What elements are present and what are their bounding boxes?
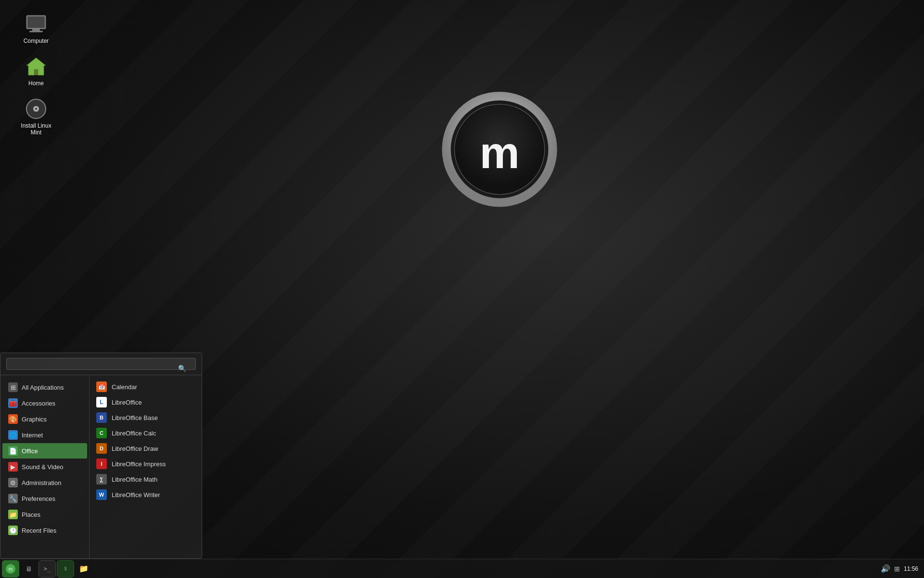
app-libreoffice-calc[interactable]: C LibreOffice Calc — [90, 425, 202, 441]
menu-apps-list: 📅 Calendar L LibreOffice B LibreOffice B… — [90, 375, 202, 558]
app-calendar[interactable]: 📅 Calendar — [90, 379, 202, 394]
libreoffice-writer-icon: W — [96, 489, 107, 500]
taskbar-right: 🔊 ⊞ 11:56 — [881, 564, 924, 573]
mint-logo: m — [437, 87, 562, 212]
terminal2-button[interactable]: $ — [57, 560, 74, 578]
category-places[interactable]: 📁 Places — [2, 507, 87, 522]
install-icon-img — [25, 97, 48, 120]
graphics-icon: 🎨 — [8, 414, 18, 424]
show-desktop-button[interactable]: 🖥 — [20, 560, 38, 578]
mint-menu-button[interactable]: m — [2, 560, 19, 578]
category-recent-files[interactable]: 🕐 Recent Files — [2, 523, 87, 538]
libreoffice-math-icon: ∑ — [96, 474, 107, 485]
svg-rect-6 — [32, 29, 40, 31]
administration-icon: ⚙ — [8, 478, 18, 487]
category-sound-video[interactable]: ▶ Sound & Video — [2, 459, 87, 474]
places-icon: 📁 — [8, 510, 18, 519]
libreoffice-calc-icon: C — [96, 428, 107, 438]
computer-icon-img — [25, 13, 48, 36]
search-icon[interactable]: 🔍 — [178, 365, 186, 372]
application-menu: 🔍 ⊞ All Applications 🧰 Accessories 🎨 Gra… — [0, 353, 202, 559]
app-libreoffice-writer[interactable]: W LibreOffice Writer — [90, 487, 202, 502]
category-graphics[interactable]: 🎨 Graphics — [2, 411, 87, 427]
category-internet[interactable]: 🌐 Internet — [2, 427, 87, 443]
category-preferences[interactable]: 🔧 Preferences — [2, 491, 87, 506]
svg-text:m: m — [9, 566, 13, 572]
category-administration[interactable]: ⚙ Administration — [2, 475, 87, 490]
desktop-icons: Computer Home Install Linux Mint — [14, 10, 58, 139]
svg-rect-7 — [29, 31, 43, 32]
app-libreoffice-draw[interactable]: D LibreOffice Draw — [90, 441, 202, 456]
terminal-button[interactable]: >_ — [38, 560, 56, 578]
sound-video-icon: ▶ — [8, 462, 18, 472]
internet-icon: 🌐 — [8, 430, 18, 440]
files-button[interactable]: 📁 — [75, 560, 92, 578]
home-label: Home — [28, 80, 44, 87]
app-libreoffice-base[interactable]: B LibreOffice Base — [90, 410, 202, 425]
libreoffice-draw-icon: D — [96, 443, 107, 454]
svg-point-12 — [35, 108, 37, 110]
libreoffice-base-icon: B — [96, 412, 107, 423]
install-label: Install Linux Mint — [17, 122, 55, 136]
clock: 11:56 — [904, 565, 918, 572]
recent-files-icon: 🕐 — [8, 525, 18, 535]
calendar-icon: 📅 — [96, 381, 107, 392]
menu-search-area: 🔍 — [0, 353, 202, 375]
menu-categories: ⊞ All Applications 🧰 Accessories 🎨 Graph… — [0, 375, 90, 558]
accessories-icon: 🧰 — [8, 398, 18, 408]
taskbar-left: m 🖥 >_ $ 📁 — [0, 560, 92, 578]
libreoffice-icon: L — [96, 397, 107, 407]
app-libreoffice[interactable]: L LibreOffice — [90, 394, 202, 410]
office-icon: 📄 — [8, 446, 18, 456]
app-libreoffice-math[interactable]: ∑ LibreOffice Math — [90, 472, 202, 487]
svg-rect-9 — [34, 69, 38, 75]
install-icon[interactable]: Install Linux Mint — [14, 94, 58, 139]
desktop: m Computer Home — [0, 0, 924, 578]
volume-icon[interactable]: 🔊 — [881, 564, 890, 573]
svg-text:m: m — [479, 127, 519, 178]
taskbar: m 🖥 >_ $ 📁 🔊 ⊞ 11:56 — [0, 559, 924, 578]
preferences-icon: 🔧 — [8, 494, 18, 503]
svg-rect-5 — [27, 16, 45, 28]
home-icon-img — [25, 55, 48, 78]
category-office[interactable]: 📄 Office — [2, 443, 87, 459]
category-all[interactable]: ⊞ All Applications — [2, 380, 87, 395]
app-libreoffice-impress[interactable]: I LibreOffice Impress — [90, 456, 202, 472]
computer-label: Computer — [24, 38, 49, 44]
category-accessories[interactable]: 🧰 Accessories — [2, 395, 87, 411]
computer-icon[interactable]: Computer — [14, 10, 58, 47]
network-icon: ⊞ — [894, 565, 900, 573]
home-icon[interactable]: Home — [14, 52, 58, 90]
libreoffice-impress-icon: I — [96, 459, 107, 469]
search-input[interactable] — [6, 358, 196, 370]
all-apps-icon: ⊞ — [8, 382, 18, 392]
menu-body: ⊞ All Applications 🧰 Accessories 🎨 Graph… — [0, 375, 202, 558]
